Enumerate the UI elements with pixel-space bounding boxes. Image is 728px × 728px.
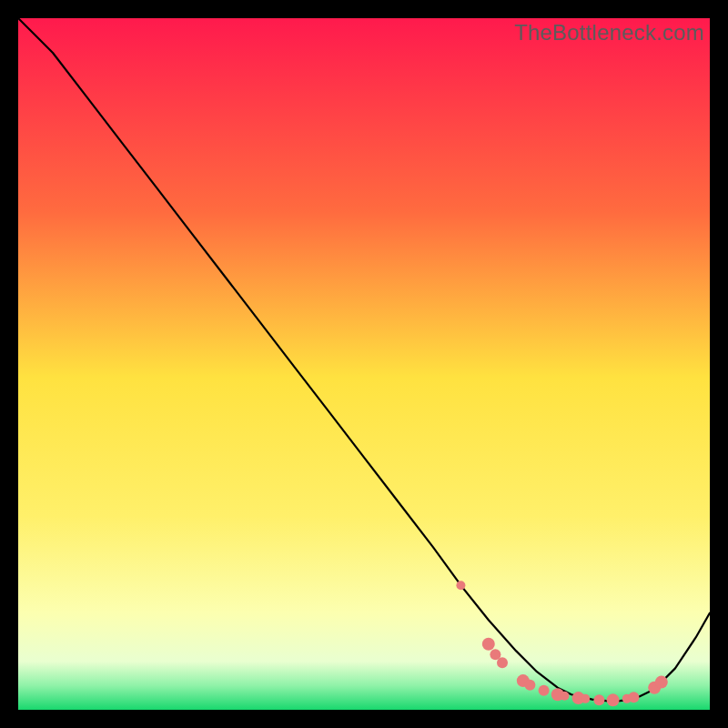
highlight-point bbox=[482, 638, 495, 651]
gradient-background bbox=[18, 18, 710, 710]
highlight-point bbox=[560, 692, 569, 701]
highlight-point bbox=[539, 685, 550, 696]
chart-frame: TheBottleneck.com bbox=[18, 18, 710, 710]
highlight-point bbox=[593, 694, 604, 705]
highlight-point bbox=[456, 581, 465, 590]
highlight-point bbox=[655, 676, 668, 689]
chart-svg bbox=[18, 18, 710, 710]
highlight-point bbox=[628, 692, 639, 703]
watermark-text: TheBottleneck.com bbox=[514, 20, 704, 46]
highlight-point bbox=[607, 693, 620, 706]
highlight-point bbox=[497, 657, 508, 668]
highlight-point bbox=[581, 694, 590, 703]
highlight-point bbox=[524, 680, 535, 691]
